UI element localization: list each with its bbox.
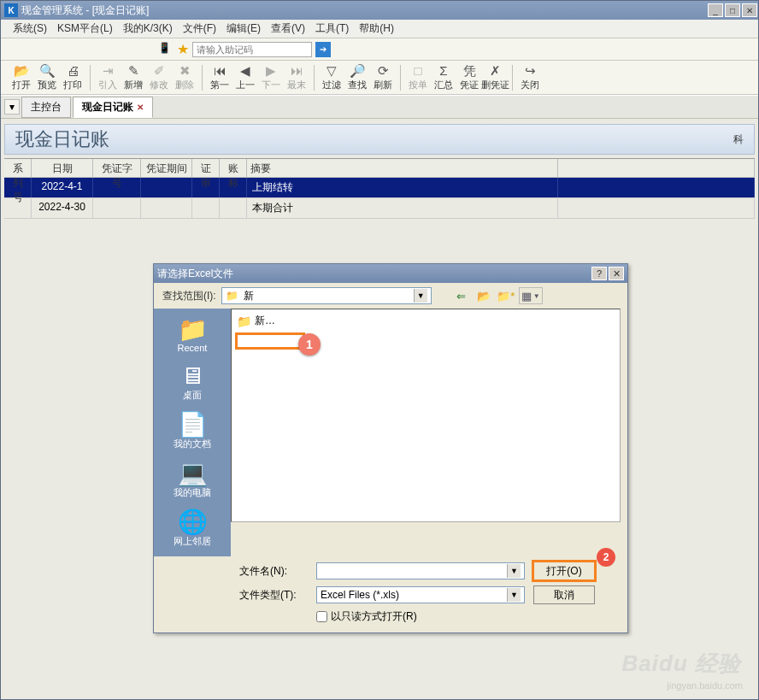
toolbar-icon: □ <box>414 63 421 79</box>
toolbar-查找[interactable]: 🔎查找 <box>345 63 369 91</box>
sidebar-item-桌面[interactable]: 🖥桌面 <box>158 360 227 405</box>
col-voucher-period[interactable]: 凭证期间 <box>141 159 192 177</box>
file-item-label: 新… <box>255 314 275 328</box>
toolbar-label: 修改 <box>150 79 168 91</box>
file-list-area[interactable]: 📁 新… 1 <box>231 309 621 522</box>
filename-label: 文件名(N): <box>239 564 308 579</box>
toolbar-凭证[interactable]: 凭凭证 <box>457 63 481 91</box>
toolbar-label: 打开 <box>12 79 31 91</box>
open-button[interactable]: 打开(O) <box>533 562 595 580</box>
chevron-down-icon[interactable]: ▼ <box>414 289 427 303</box>
toolbar-label: 过滤 <box>322 79 341 91</box>
sidebar-item-网上邻居[interactable]: 🌐网上邻居 <box>158 506 227 551</box>
phone-icon: 📱 <box>158 42 174 57</box>
toolbar-label: 引入 <box>98 79 117 91</box>
toolbar-icon: ◀ <box>240 63 250 79</box>
toolbar: 📂打开🔍预览🖨打印⇥引入✎新增✐修改✖删除⏮第一◀上一▶下一⏭最末▽过滤🔎查找⟳… <box>1 61 758 95</box>
tab-主控台[interactable]: 主控台 <box>21 97 71 118</box>
menu-item[interactable]: 查看(V) <box>266 20 310 38</box>
col-voucher-no[interactable]: 凭证字号 <box>93 159 141 177</box>
tab-close-icon[interactable]: ✕ <box>137 103 144 112</box>
nav-back-button[interactable]: ⇐ <box>452 287 471 304</box>
table-row[interactable]: 2022-4-30本期合计 <box>4 198 755 219</box>
toolbar-预览[interactable]: 🔍预览 <box>35 63 59 91</box>
chevron-down-icon[interactable]: ▼ <box>507 564 521 578</box>
table-cell: 2022-4-30 <box>32 198 93 218</box>
toolbar-icon: ✖ <box>179 63 191 79</box>
nav-up-button[interactable]: 📂 <box>474 287 493 304</box>
dialog-close-button[interactable]: ✕ <box>609 267 624 280</box>
sidebar-item-我的文档[interactable]: 📄我的文档 <box>158 409 227 454</box>
toolbar-icon: 🔎 <box>350 63 366 79</box>
toolbar-刷新[interactable]: ⟳刷新 <box>371 63 395 91</box>
table-row[interactable]: 2022-4-1上期结转 <box>4 178 755 198</box>
minimize-button[interactable]: _ <box>708 3 723 17</box>
toolbar-icon: 凭 <box>463 63 476 79</box>
dialog-help-button[interactable]: ? <box>591 267 607 280</box>
file-open-dialog: 请选择Excel文件 ? ✕ 查找范围(I): 📁 新 ▼ ⇐ 📂 📁* ▦▼ … <box>153 263 628 633</box>
menu-item[interactable]: KSM平台(L) <box>52 20 118 38</box>
menu-item[interactable]: 工具(T) <box>310 20 354 38</box>
lookin-value: 新 <box>244 289 254 303</box>
assist-go-button[interactable]: ➔ <box>315 42 331 57</box>
menu-item[interactable]: 文件(F) <box>178 20 221 38</box>
toolbar-label: 新增 <box>124 79 143 91</box>
file-item-folder[interactable]: 📁 新… <box>235 313 277 329</box>
lookin-combo[interactable]: 📁 新 ▼ <box>221 287 432 304</box>
maximize-button[interactable]: □ <box>725 3 740 17</box>
sidebar-item-Recent[interactable]: 📁Recent <box>158 314 227 356</box>
toolbar-第一[interactable]: ⏮第一 <box>208 63 232 91</box>
table-cell <box>141 198 192 218</box>
tab-现金日记账[interactable]: 现金日记账✕ <box>73 97 153 118</box>
app-icon: K <box>4 3 18 17</box>
toolbar-过滤[interactable]: ▽过滤 <box>320 63 344 91</box>
chevron-down-icon[interactable]: ▼ <box>507 588 521 602</box>
col-flag[interactable]: 账标 <box>220 159 247 177</box>
annotation-highlight-1 <box>235 332 305 350</box>
toolbar-上一[interactable]: ◀上一 <box>233 63 257 91</box>
cancel-button[interactable]: 取消 <box>533 585 595 604</box>
toolbar-打印[interactable]: 🖨打印 <box>61 63 85 91</box>
readonly-checkbox-row[interactable]: 以只读方式打开(R) <box>239 609 619 624</box>
toolbar-label: 上一 <box>236 79 255 91</box>
toolbar-icon: 🖨 <box>67 63 79 79</box>
toolbar-汇总[interactable]: Σ汇总 <box>432 63 456 91</box>
sidebar-icon: 💻 <box>158 461 227 486</box>
toolbar-icon: 📂 <box>14 63 30 79</box>
readonly-checkbox[interactable] <box>316 611 327 622</box>
toolbar-separator <box>314 65 315 91</box>
menu-item[interactable]: 帮助(H) <box>354 20 399 38</box>
dialog-bottom: 2 文件名(N): ▼ 打开(O) 文件类型(T): Excel Files (… <box>154 556 627 632</box>
sidebar-item-我的电脑[interactable]: 💻我的电脑 <box>158 457 227 503</box>
toolbar-关闭[interactable]: ↪关闭 <box>518 63 542 91</box>
tabs-row: ▾ 主控台现金日记账✕ <box>1 95 758 119</box>
col-summary[interactable]: 摘要 <box>247 159 558 177</box>
toolbar-label: 查找 <box>348 79 367 91</box>
col-date[interactable]: 日期 <box>32 159 93 177</box>
toolbar-icon: ⟳ <box>378 63 389 79</box>
toolbar-label: 最末 <box>287 79 306 91</box>
folder-icon: 📁 <box>237 315 251 328</box>
table-cell: 2022-4-1 <box>32 178 93 197</box>
menu-item[interactable]: 编辑(E) <box>221 20 266 38</box>
grid-header: 系列号 日期 凭证字号 凭证期间 证审 账标 摘要 <box>4 159 755 178</box>
toolbar-删除: ✖删除 <box>173 63 197 91</box>
toolbar-删凭证[interactable]: ✗删凭证 <box>483 63 507 91</box>
close-button[interactable]: ✕ <box>742 3 757 17</box>
col-seq[interactable]: 系列号 <box>4 159 32 177</box>
assist-code-input[interactable] <box>192 42 312 57</box>
toolbar-打开[interactable]: 📂打开 <box>9 63 33 91</box>
watermark-sub: jingyan.baidu.com <box>667 680 743 691</box>
col-end[interactable] <box>558 159 755 177</box>
filetype-combo[interactable]: Excel Files (*.xls) ▼ <box>316 586 525 603</box>
new-folder-button[interactable]: 📁* <box>497 287 515 304</box>
toolbar-icon: Σ <box>439 63 447 79</box>
menu-item[interactable]: 我的K/3(K) <box>118 20 178 38</box>
menu-item[interactable]: 系统(S) <box>8 20 52 38</box>
filename-combo[interactable]: ▼ <box>316 562 525 579</box>
tabs-dropdown-button[interactable]: ▾ <box>4 99 20 115</box>
toolbar-新增[interactable]: ✎新增 <box>121 63 145 91</box>
view-mode-button[interactable]: ▦▼ <box>519 287 543 304</box>
col-approve[interactable]: 证审 <box>192 159 220 177</box>
annotation-marker-2: 2 <box>597 548 615 567</box>
